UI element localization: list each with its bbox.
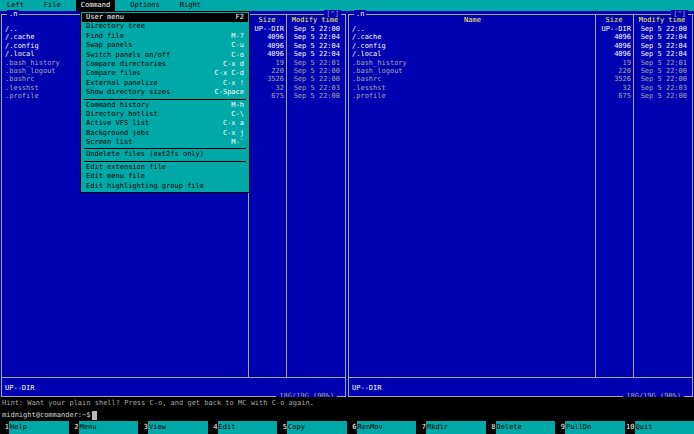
file-row[interactable]: /.cache4096Sep 5 22:04 xyxy=(350,33,691,41)
fkey-renmov[interactable]: 6RenMov xyxy=(348,421,417,434)
menu-item[interactable]: Compare filesC-x C-d xyxy=(82,69,248,78)
fkey-copy[interactable]: 5Copy xyxy=(278,421,347,434)
menu-item-label: External panelize xyxy=(86,79,223,88)
menu-item[interactable]: Find fileM-? xyxy=(82,32,248,41)
fkey-quit[interactable]: 10Quit xyxy=(626,421,694,434)
file-mtime: Sep 5 22:00 xyxy=(633,92,691,100)
menu-item[interactable]: Edit menu file xyxy=(82,172,248,181)
menu-item[interactable]: Directory hotlistC-\ xyxy=(82,110,248,119)
menu-item-shortcut: C-x C-d xyxy=(214,69,244,78)
right-panel: .n [^] Name Size Modify time /..UP--DIRS… xyxy=(348,14,693,397)
file-mtime: Sep 5 22:04 xyxy=(286,42,344,50)
file-row[interactable]: .bash_history19Sep 5 22:01 xyxy=(350,59,691,67)
file-mtime: Sep 5 22:00 xyxy=(633,25,691,33)
menu-item[interactable]: Directory tree xyxy=(82,22,248,31)
menu-item[interactable]: External panelizeC-x ! xyxy=(82,79,248,88)
panel-history-icon[interactable]: [^] xyxy=(324,10,341,18)
file-name: .bash_history xyxy=(350,59,595,67)
column-header-size[interactable]: Size xyxy=(595,16,633,24)
file-mtime: Sep 5 22:04 xyxy=(633,50,691,58)
file-row[interactable]: .bash_logout220Sep 5 22:00 xyxy=(350,67,691,75)
fkey-label: Quit xyxy=(635,421,694,434)
fkey-mkdir[interactable]: 7Mkdir xyxy=(417,421,486,434)
file-name: .bash_logout xyxy=(350,67,595,75)
fkey-label: Mkdir xyxy=(426,421,486,434)
fkey-help[interactable]: 1Help xyxy=(0,421,69,434)
menu-item-label: Screen list xyxy=(86,138,231,147)
command-menu-dropdown: User menuF2Directory treeFind fileM-?Swa… xyxy=(80,11,250,193)
file-row[interactable]: /..UP--DIRSep 5 22:00 xyxy=(350,25,691,33)
file-name: /.. xyxy=(350,25,595,33)
menu-item[interactable]: Background jobsC-x j xyxy=(82,129,248,138)
file-size: 4096 xyxy=(595,33,633,41)
menu-item-shortcut: C-\ xyxy=(231,110,244,119)
file-name: .profile xyxy=(350,92,595,100)
menu-item[interactable]: Swap panelsC-u xyxy=(82,41,248,50)
status-separator xyxy=(2,377,345,378)
menu-item[interactable]: Switch panels on/offC-o xyxy=(82,51,248,60)
menu-separator xyxy=(84,161,246,162)
file-name: /.config xyxy=(350,42,595,50)
menu-item[interactable]: Edit extension file xyxy=(82,163,248,172)
file-row[interactable]: .lesshst32Sep 5 22:03 xyxy=(350,84,691,92)
menubar-item-file[interactable]: File xyxy=(39,0,66,10)
fkey-menu[interactable]: 2Menu xyxy=(70,421,139,434)
menu-item-label: Compare files xyxy=(86,69,214,78)
fkey-edit[interactable]: 4Edit xyxy=(209,421,278,434)
column-separator xyxy=(633,15,634,377)
file-list: /..UP--DIRSep 5 22:00/.cache4096Sep 5 22… xyxy=(350,25,691,101)
menu-item[interactable]: Undelete files (ext2fs only) xyxy=(82,150,248,159)
file-name: .bashrc xyxy=(350,75,595,83)
file-size: 4096 xyxy=(248,33,286,41)
menu-item[interactable]: Edit highlighting group file xyxy=(82,182,248,191)
file-row[interactable]: /.local4096Sep 5 22:04 xyxy=(350,50,691,58)
file-name: /.cache xyxy=(350,33,595,41)
fkey-label: Help xyxy=(9,421,69,434)
menu-item[interactable]: Command historyM-h xyxy=(82,101,248,110)
file-row[interactable]: .profile675Sep 5 22:00 xyxy=(350,92,691,100)
fkey-number: 6 xyxy=(348,421,357,434)
menu-item-label: Directory tree xyxy=(86,22,244,31)
menu-item-shortcut: C-x a xyxy=(223,119,244,128)
sort-indicator[interactable]: .n xyxy=(354,10,366,18)
menubar-item-options[interactable]: Options xyxy=(125,0,165,10)
file-mtime: Sep 5 22:04 xyxy=(633,33,691,41)
fkey-label: Edit xyxy=(218,421,278,434)
command-line[interactable]: midnight@commander:~$ xyxy=(0,409,694,421)
menu-item-shortcut: C-x ! xyxy=(223,79,244,88)
menu-item-shortcut: C-o xyxy=(231,51,244,60)
menu-item[interactable]: Show directory sizesC-Space xyxy=(82,88,248,97)
menu-item-shortcut: C-x j xyxy=(223,129,244,138)
fkey-view[interactable]: 3View xyxy=(139,421,208,434)
menu-item[interactable]: Screen listM-` xyxy=(82,138,248,147)
menu-item[interactable]: Active VFS listC-x a xyxy=(82,119,248,128)
file-size: 3526 xyxy=(248,75,286,83)
menu-item[interactable]: User menuF2 xyxy=(82,13,248,22)
shell-prompt: midnight@commander:~$ xyxy=(2,411,91,419)
sort-indicator[interactable]: .n xyxy=(7,10,19,18)
file-mtime: Sep 5 22:00 xyxy=(286,67,344,75)
fkey-delete[interactable]: 8Delete xyxy=(487,421,556,434)
fkey-pulldn[interactable]: 9PullDn xyxy=(556,421,625,434)
mini-status: UP--DIR xyxy=(5,384,35,392)
panel-history-icon[interactable]: [^] xyxy=(671,10,688,18)
fkey-number: 9 xyxy=(556,421,565,434)
file-row[interactable]: .bashrc3526Sep 5 22:00 xyxy=(350,75,691,83)
text-cursor xyxy=(92,411,97,420)
file-size: 220 xyxy=(595,67,633,75)
file-name: .lesshst xyxy=(350,84,595,92)
file-row[interactable]: /.config4096Sep 5 22:04 xyxy=(350,42,691,50)
file-mtime: Sep 5 22:01 xyxy=(286,59,344,67)
menubar-item-right[interactable]: Right xyxy=(175,0,206,10)
file-size: 675 xyxy=(595,92,633,100)
menu-item-shortcut: M-h xyxy=(231,101,244,110)
column-header-size[interactable]: Size xyxy=(248,16,286,24)
status-separator xyxy=(349,377,692,378)
file-mtime: Sep 5 22:03 xyxy=(633,84,691,92)
hint-line: Hint: Want your plain shell? Press C-o, … xyxy=(0,397,694,409)
column-header-name[interactable]: Name xyxy=(350,16,595,24)
menubar-item-command[interactable]: Command xyxy=(76,0,116,10)
menu-item[interactable]: Compare directoriesC-x d xyxy=(82,60,248,69)
mc-screen: LeftFileCommandOptionsRight .n [^] Name … xyxy=(0,0,694,434)
menu-item-label: Command history xyxy=(86,101,231,110)
